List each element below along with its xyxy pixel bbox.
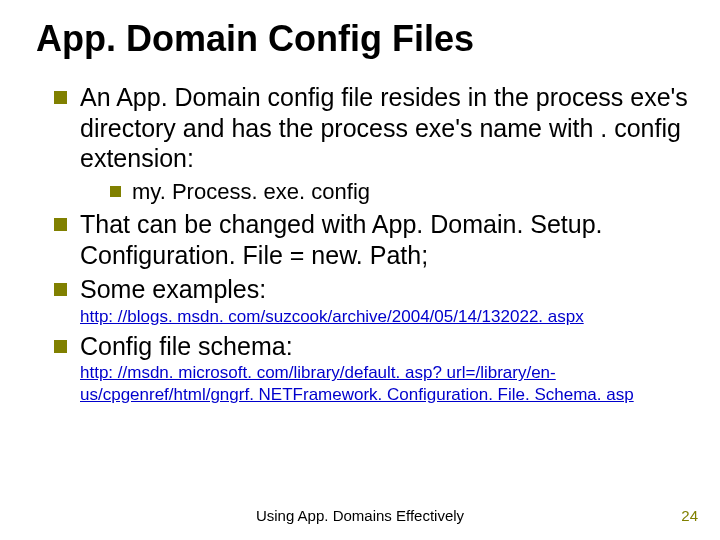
sub-bullet-list: my. Process. exe. config xyxy=(80,178,690,206)
page-number: 24 xyxy=(681,507,698,524)
bullet-item: That can be changed with App. Domain. Se… xyxy=(54,209,690,270)
bullet-item: Some examples: http: //blogs. msdn. com/… xyxy=(54,274,690,327)
schema-link[interactable]: http: //msdn. microsoft. com/library/def… xyxy=(80,362,690,405)
bullet-text: Some examples: xyxy=(80,275,266,303)
bullet-text: Config file schema: xyxy=(80,332,293,360)
footer-text: Using App. Domains Effectively xyxy=(0,507,720,524)
bullet-item: An App. Domain config file resides in th… xyxy=(54,82,690,205)
sub-bullet-text: my. Process. exe. config xyxy=(132,179,370,204)
bullet-text: That can be changed with App. Domain. Se… xyxy=(80,210,603,269)
bullet-list: An App. Domain config file resides in th… xyxy=(30,82,690,405)
slide: App. Domain Config Files An App. Domain … xyxy=(0,0,720,540)
bullet-item: Config file schema: http: //msdn. micros… xyxy=(54,331,690,405)
bullet-text: An App. Domain config file resides in th… xyxy=(80,83,688,172)
example-link[interactable]: http: //blogs. msdn. com/suzcook/archive… xyxy=(80,306,690,327)
slide-title: App. Domain Config Files xyxy=(36,18,690,60)
sub-bullet-item: my. Process. exe. config xyxy=(110,178,690,206)
